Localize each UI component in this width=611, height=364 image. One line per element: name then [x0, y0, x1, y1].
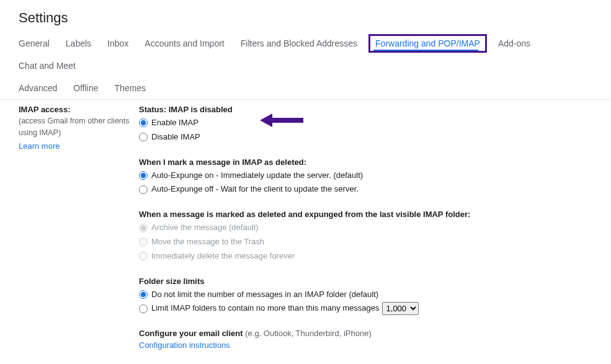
tab-general[interactable]: General	[19, 32, 56, 55]
radio-disable-imap-input[interactable]	[139, 133, 148, 141]
radio-no-limit[interactable]: Do not limit the number of messages in a…	[139, 288, 592, 301]
configuration-instructions-link[interactable]: Configuration instructions	[139, 340, 230, 350]
configure-hint: (e.g. Outlook, Thunderbird, iPhone)	[243, 329, 372, 338]
radio-enable-imap-label: Enable IMAP	[151, 117, 198, 130]
radio-delete-forever[interactable]: Immediately delete the message forever	[139, 250, 592, 263]
radio-expunge-on-input[interactable]	[139, 171, 148, 180]
page-title: Settings	[0, 0, 611, 32]
radio-expunge-on-label: Auto-Expunge on - Immediately update the…	[151, 169, 363, 182]
tab-addons[interactable]: Add-ons	[498, 32, 537, 55]
tab-accounts[interactable]: Accounts and Import	[145, 32, 230, 55]
radio-limit-label: Limit IMAP folders to contain no more th…	[151, 302, 380, 315]
radio-disable-imap[interactable]: Disable IMAP	[139, 131, 592, 144]
expunged-title: When a message is marked as deleted and …	[139, 210, 592, 219]
radio-expunge-off-label: Auto-Expunge off - Wait for the client t…	[151, 183, 359, 196]
radio-expunge-off-input[interactable]	[139, 185, 148, 194]
tab-forwarding-label: Forwarding and POP/IMAP	[375, 38, 480, 48]
configure-title-text: Configure your email client	[139, 329, 243, 338]
radio-archive[interactable]: Archive the message (default)	[139, 221, 592, 234]
tab-themes[interactable]: Themes	[115, 77, 153, 99]
radio-disable-imap-label: Disable IMAP	[151, 131, 200, 144]
radio-delete-forever-input[interactable]	[139, 252, 148, 260]
radio-enable-imap[interactable]: Enable IMAP	[139, 117, 592, 130]
tab-filters[interactable]: Filters and Blocked Addresses	[241, 32, 363, 55]
configure-title: Configure your email client (e.g. Outloo…	[139, 329, 592, 338]
radio-enable-imap-input[interactable]	[139, 118, 148, 127]
radio-delete-forever-label: Immediately delete the message forever	[151, 250, 295, 263]
tab-labels[interactable]: Labels	[66, 32, 97, 55]
radio-archive-label: Archive the message (default)	[151, 221, 259, 234]
highlight-box: Forwarding and POP/IMAP	[368, 34, 487, 53]
folder-title: Folder size limits	[139, 277, 592, 286]
learn-more-link[interactable]: Learn more	[19, 141, 60, 151]
radio-trash-input[interactable]	[139, 237, 148, 246]
radio-trash[interactable]: Move the message to the Trash	[139, 236, 592, 249]
radio-expunge-off[interactable]: Auto-Expunge off - Wait for the client t…	[139, 183, 592, 196]
tab-inbox[interactable]: Inbox	[107, 32, 135, 55]
limit-select[interactable]: 1,000	[382, 302, 419, 315]
tab-offline[interactable]: Offline	[73, 77, 104, 99]
tabs-bar: General Labels Inbox Accounts and Import…	[0, 32, 611, 100]
radio-expunge-on[interactable]: Auto-Expunge on - Immediately update the…	[139, 169, 592, 182]
radio-limit-input[interactable]	[139, 304, 148, 313]
imap-access-title: IMAP access:	[19, 105, 136, 114]
tab-advanced[interactable]: Advanced	[19, 77, 63, 99]
imap-access-desc: (access Gmail from other clients using I…	[19, 115, 136, 139]
radio-no-limit-input[interactable]	[139, 290, 148, 299]
radio-archive-input[interactable]	[139, 224, 148, 233]
radio-limit[interactable]: Limit IMAP folders to contain no more th…	[139, 302, 592, 315]
deleted-title: When I mark a message in IMAP as deleted…	[139, 158, 592, 167]
tab-forwarding[interactable]: Forwarding and POP/IMAP	[373, 32, 488, 55]
radio-trash-label: Move the message to the Trash	[151, 236, 264, 249]
radio-no-limit-label: Do not limit the number of messages in a…	[151, 288, 378, 301]
status-title: Status: IMAP is disabled	[139, 105, 592, 114]
tab-chat[interactable]: Chat and Meet	[19, 55, 82, 77]
